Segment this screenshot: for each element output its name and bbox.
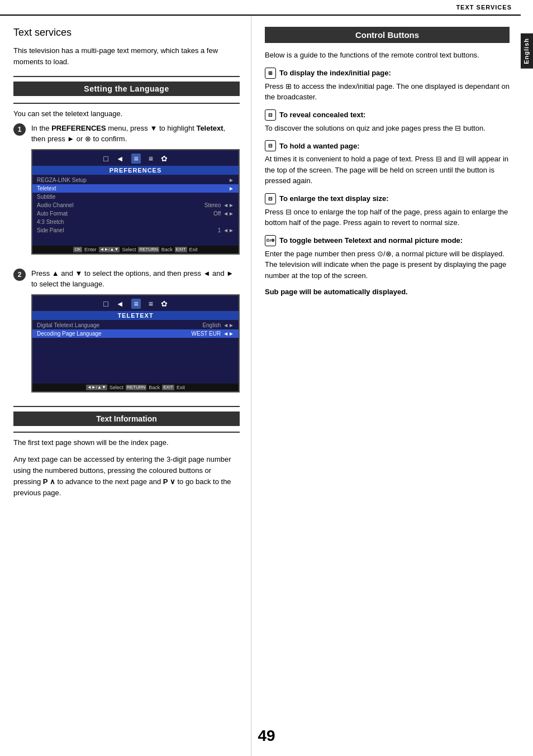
ctrl-item-5: ⊙/⊗ To toggle between Teletext and norma… [265, 235, 510, 281]
language-intro: You can set the teletext language. [13, 108, 240, 119]
tv-icon2-menu: ≡ [131, 299, 140, 309]
tv-icon-settings: ✿ [161, 154, 168, 163]
tv-icon2-menu2: ≡ [149, 299, 153, 308]
ctrl-item-2-header: ⊟ To reveal concealed text: [265, 109, 510, 121]
tv-menu-row-regza: REGZA-LINK Setup ► [32, 176, 239, 184]
side-tab: English [521, 34, 533, 69]
text-info-body: The first text page shown will be the in… [13, 437, 240, 499]
step-2-circle: 2 [13, 269, 26, 281]
tv-icon-menu2: ≡ [149, 154, 153, 163]
ctrl-item-1: ⊞ To display the index/initial page: Pre… [265, 68, 510, 103]
step-1: 1 In the PREFERENCES menu, press ▼ to hi… [13, 123, 240, 260]
tv-menu-row-audio: Audio Channel Stereo ◄► [32, 201, 239, 209]
text-info-header: Text Information [13, 412, 240, 426]
ctrl-item-2-body: To discover the solutions on quiz and jo… [265, 123, 510, 134]
divider-text-info-bottom [13, 432, 240, 433]
ctrl-item-1-body: Press ⊞ to access the index/initial page… [265, 81, 510, 103]
header-title: TEXT SERVICES [456, 4, 512, 11]
ctrl-item-5-header: ⊙/⊗ To toggle between Teletext and norma… [265, 235, 510, 246]
text-info-para2: Any text page can be accessed by enterin… [13, 454, 240, 499]
left-column: Text services This television has a mult… [0, 16, 251, 756]
ctrl-item-2: ⊟ To reveal concealed text: To discover … [265, 109, 510, 134]
text-information-section: Text Information The first text page sho… [13, 406, 240, 499]
tv-menu-2-icons: □ ◄ ≡ ≡ ✿ [32, 295, 239, 311]
tv-menu-row-decoding-lang: Decoding Page Language WEST EUR ◄► [32, 329, 239, 338]
control-buttons-header: Control Buttons [265, 27, 510, 43]
tv-icon2-back: ◄ [116, 299, 124, 308]
ctrl-item-4-body: Press ⊟ once to enlarge the top half of … [265, 207, 510, 228]
divider-below-header [13, 103, 240, 104]
ctrl-item-3-body: At times it is convenient to hold a page… [265, 154, 510, 186]
text-info-para1: The first text page shown will be the in… [13, 437, 240, 448]
tv-menu-2-rows: Digital Teletext Language English ◄► Dec… [32, 320, 239, 384]
right-column: Control Buttons Below is a guide to the … [251, 16, 521, 756]
tv-menu-2-footer: ◄►/▲▼ Select RETURN Back EXIT Exit [32, 384, 239, 391]
tv-menu-row-autoformat: Auto Format Off ◄► [32, 209, 239, 218]
tv-menu-1-footer: OK Enter ◄►/▲▼ Select RETURN Back EXIT E… [32, 246, 239, 253]
tv-icon2-settings: ✿ [161, 299, 168, 308]
ctrl-item-4-header: ⊟ To enlarge the text display size: [265, 193, 510, 204]
ctrl-item-1-header: ⊞ To display the index/initial page: [265, 68, 510, 79]
page-number: 49 [258, 727, 275, 745]
header-bar: TEXT SERVICES [0, 0, 521, 16]
tv-menu-1-title: PREFERENCES [32, 166, 239, 175]
step-1-text: In the PREFERENCES menu, press ▼ to high… [31, 123, 240, 145]
ctrl-icon-3: ⊟ [265, 140, 276, 151]
tv-menu-row-teletext: Teletext ► [32, 184, 239, 193]
tv-menu-1-icons: □ ◄ ≡ ≡ ✿ [32, 150, 239, 166]
step-2-content: Press ▲ and ▼ to select the options, and… [31, 268, 240, 398]
divider-text-info-top [13, 406, 240, 407]
step-1-content: In the PREFERENCES menu, press ▼ to high… [31, 123, 240, 260]
tv-menu-1-rows: REGZA-LINK Setup ► Teletext ► Subtitle [32, 175, 239, 246]
tv-icon-menu: ≡ [131, 154, 140, 164]
ctrl-icon-1: ⊞ [265, 68, 276, 79]
tv-menu-2-title: Teletext [32, 311, 239, 320]
sub-page-bold: Sub page will be automatically displayed… [265, 288, 510, 296]
tv-menu-row-subtitle: Subtitle [32, 193, 239, 201]
ctrl-item-3: ⊟ To hold a wanted page: At times it is … [265, 140, 510, 186]
step-2-text: Press ▲ and ▼ to select the options, and… [31, 268, 240, 290]
tv-icon-square: □ [103, 154, 108, 163]
ctrl-item-3-header: ⊟ To hold a wanted page: [265, 140, 510, 151]
ctrl-item-4: ⊟ To enlarge the text display size: Pres… [265, 193, 510, 228]
section-title: Text services [13, 27, 240, 39]
tv-menu-row-digital-lang: Digital Teletext Language English ◄► [32, 321, 239, 329]
main-layout: Text services This television has a mult… [0, 16, 521, 756]
ctrl-icon-5: ⊙/⊗ [265, 235, 276, 246]
ctrl-intro: Below is a guide to the functions of the… [265, 50, 510, 61]
step-2: 2 Press ▲ and ▼ to select the options, a… [13, 268, 240, 398]
tv-menu-row-stretch: 4:3 Stretch [32, 218, 239, 226]
section-intro: This television has a multi-page text me… [13, 45, 240, 67]
tv-icon-back: ◄ [116, 154, 124, 163]
ctrl-icon-2: ⊟ [265, 109, 276, 121]
divider-top [13, 76, 240, 77]
tv-menu-1: □ ◄ ≡ ≡ ✿ PREFERENCES REGZA-LINK Setup ► [31, 149, 240, 255]
setting-language-header: Setting the Language [13, 82, 240, 96]
ctrl-item-5-body: Enter the page number then press ⊙/⊗, a … [265, 248, 510, 281]
step-1-circle: 1 [13, 123, 26, 136]
tv-menu-row-sidepanel: Side Panel 1 ◄► [32, 226, 239, 235]
tv-menu-2: □ ◄ ≡ ≡ ✿ Teletext Digital Teletext Lang… [31, 294, 240, 393]
tv-icon2-square: □ [103, 299, 108, 308]
ctrl-icon-4: ⊟ [265, 193, 276, 204]
